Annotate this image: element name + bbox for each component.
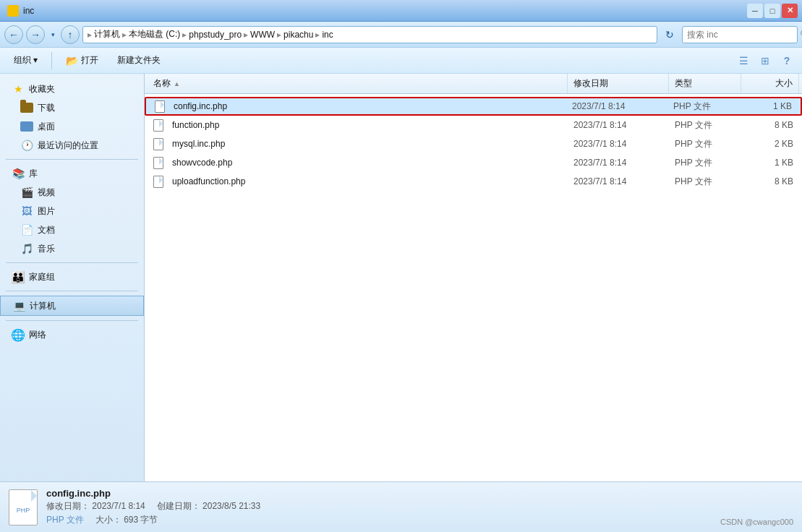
title-bar-left: inc: [7, 5, 34, 17]
sidebar-item-video[interactable]: 🎬 视频: [0, 183, 144, 202]
file-name-cell-4: uploadfunction.php: [148, 176, 568, 188]
view-details-button[interactable]: ☰: [734, 51, 753, 70]
table-row[interactable]: uploadfunction.php 2023/7/1 8:14 PHP 文件 …: [145, 172, 802, 191]
sidebar-item-computer[interactable]: 💻 计算机: [0, 296, 144, 316]
col-header-size[interactable]: 大小: [741, 74, 799, 93]
homegroup-section: 👪 家庭组: [0, 267, 144, 286]
network-section: 🌐 网络: [0, 325, 144, 344]
open-button[interactable]: 📂 打开: [58, 51, 106, 71]
path-separator-2: ▸: [182, 30, 187, 40]
sidebar-item-pictures[interactable]: 🖼 图片: [0, 202, 144, 220]
path-inc[interactable]: inc: [322, 30, 333, 40]
table-row[interactable]: showvcode.php 2023/7/1 8:14 PHP 文件 1 KB: [145, 153, 802, 172]
sidebar-divider-1: [6, 159, 138, 160]
minimize-button[interactable]: ─: [747, 4, 763, 18]
file-size-cell-1: 8 KB: [741, 120, 799, 130]
sidebar-divider-3: [6, 291, 138, 291]
file-name-cell-0: config.inc.php: [149, 100, 566, 113]
status-watermark: CSDN @cwangc000: [720, 518, 793, 526]
folder-open-icon: 📂: [66, 55, 78, 66]
organize-button[interactable]: 组织 ▾: [6, 51, 46, 71]
path-separator-1: ▸: [122, 30, 127, 40]
sidebar-library-label: 库: [29, 168, 38, 180]
col-type-label: 类型: [675, 77, 692, 90]
search-input[interactable]: [683, 30, 800, 40]
col-date-label: 修改日期: [573, 77, 608, 90]
col-name-label: 名称: [153, 77, 171, 90]
sidebar-item-favorites[interactable]: ★ 收藏夹: [0, 80, 144, 98]
col-header-name[interactable]: 名称 ▲: [148, 74, 568, 93]
video-icon: 🎬: [20, 186, 33, 199]
col-header-date[interactable]: 修改日期: [568, 74, 669, 93]
modified-label: 修改日期：: [46, 501, 90, 511]
sidebar-item-homegroup[interactable]: 👪 家庭组: [0, 267, 144, 286]
modified-date: 2023/7/1 8:14: [92, 501, 145, 511]
status-meta2: PHP 文件 大小： 693 字节: [46, 514, 712, 526]
search-box[interactable]: 🔍: [682, 26, 798, 43]
sidebar-desktop-label: 桌面: [38, 121, 55, 133]
sidebar-item-recent[interactable]: 🕐 最近访问的位置: [0, 136, 144, 155]
sidebar-divider-2: [6, 262, 138, 263]
organize-label: 组织 ▾: [14, 54, 38, 66]
filename-1: function.php: [172, 120, 219, 130]
file-icon-2: [153, 138, 163, 150]
window-icon: [7, 5, 19, 17]
filename-2: mysql.inc.php: [172, 139, 225, 149]
path-www[interactable]: WWW: [250, 30, 275, 40]
path-separator-3: ▸: [244, 30, 248, 40]
created-date: 2023/8/5 21:33: [202, 501, 260, 511]
favorites-section: ★ 收藏夹 下载 桌面 🕐 最近访问的位置: [0, 80, 144, 155]
file-date-cell-3: 2023/7/1 8:14: [568, 158, 669, 168]
file-name-cell-1: function.php: [148, 119, 568, 132]
status-size: 大小： 693 字节: [95, 514, 158, 526]
file-name-cell-2: mysql.inc.php: [148, 138, 568, 150]
created-label: 创建日期：: [157, 501, 200, 511]
history-dropdown[interactable]: ▾: [48, 25, 58, 44]
filename-4: uploadfunction.php: [172, 176, 245, 186]
close-button[interactable]: ✕: [782, 4, 798, 18]
file-date-cell-2: 2023/7/1 8:14: [568, 139, 669, 149]
path-computer[interactable]: 计算机: [94, 28, 120, 40]
col-size-label: 大小: [775, 77, 793, 90]
file-list: config.inc.php 2023/7/1 8:14 PHP 文件 1 KB…: [145, 94, 802, 481]
sidebar-item-network[interactable]: 🌐 网络: [0, 325, 144, 344]
status-bar: PHP config.inc.php 修改日期： 2023/7/1 8:14 创…: [0, 481, 802, 532]
open-label: 打开: [81, 54, 98, 66]
homegroup-icon: 👪: [12, 270, 25, 283]
back-button[interactable]: ←: [4, 25, 23, 44]
sidebar-item-desktop[interactable]: 桌面: [0, 117, 144, 136]
sidebar-item-documents[interactable]: 📄 文档: [0, 220, 144, 239]
table-row[interactable]: mysql.inc.php 2023/7/1 8:14 PHP 文件 2 KB: [145, 134, 802, 153]
file-type-cell-1: PHP 文件: [669, 119, 741, 132]
file-size-cell-2: 2 KB: [741, 139, 799, 149]
sidebar-item-music[interactable]: 🎵 音乐: [0, 239, 144, 258]
library-section: 📚 库 🎬 视频 🖼 图片 📄 文档: [0, 164, 144, 258]
maximize-button[interactable]: □: [764, 4, 780, 18]
status-modified-label: 修改日期： 2023/7/1 8:14: [46, 500, 145, 512]
table-row[interactable]: config.inc.php 2023/7/1 8:14 PHP 文件 1 KB: [145, 97, 802, 116]
path-phpstudy[interactable]: phpstudy_pro: [189, 30, 242, 40]
sidebar-item-library[interactable]: 📚 库: [0, 164, 144, 183]
view-toggle-button[interactable]: ⊞: [756, 51, 775, 70]
new-folder-button[interactable]: 新建文件夹: [109, 51, 168, 71]
window-title: inc: [23, 6, 34, 16]
address-path[interactable]: ▸ 计算机 ▸ 本地磁盘 (C:) ▸ phpstudy_pro ▸ WWW ▸…: [82, 26, 657, 43]
col-name-sort: ▲: [174, 80, 180, 87]
up-button[interactable]: ↑: [61, 25, 80, 44]
path-separator-0: ▸: [88, 30, 92, 40]
file-icon-1: [153, 119, 163, 132]
sidebar-item-downloads[interactable]: 下载: [0, 98, 144, 117]
path-pikachu[interactable]: pikachu: [283, 30, 313, 40]
status-file-icon: PHP: [9, 489, 38, 525]
path-disk[interactable]: 本地磁盘 (C:): [129, 28, 180, 40]
file-icon-3: [153, 157, 163, 169]
col-header-type[interactable]: 类型: [669, 74, 741, 93]
forward-button[interactable]: →: [26, 25, 45, 44]
file-size-cell-0: 1 KB: [740, 101, 798, 111]
refresh-button[interactable]: ↻: [660, 25, 679, 44]
table-row[interactable]: function.php 2023/7/1 8:14 PHP 文件 8 KB: [145, 116, 802, 134]
help-button[interactable]: ?: [777, 51, 796, 70]
sidebar-video-label: 视频: [38, 186, 55, 199]
computer-icon: 💻: [12, 299, 25, 312]
status-file-type-icon: PHP: [17, 507, 30, 514]
